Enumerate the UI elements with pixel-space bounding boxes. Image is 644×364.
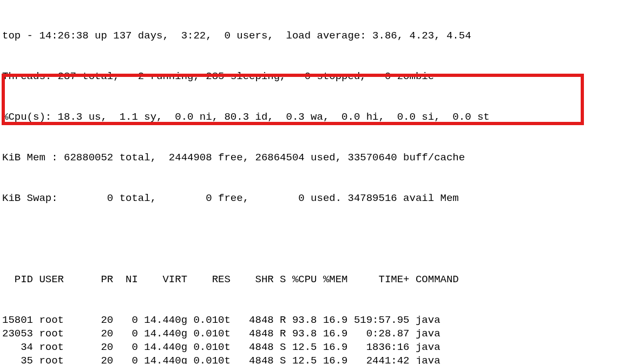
process-table-body: 15801 root 20 0 14.440g 0.010t 4848 R 93… (2, 314, 642, 364)
process-row: 34 root 20 0 14.440g 0.010t 4848 S 12.5 … (2, 341, 642, 354)
blank-line (2, 232, 642, 246)
summary-line-top: top - 14:26:38 up 137 days, 3:22, 0 user… (2, 29, 642, 43)
process-row: 15801 root 20 0 14.440g 0.010t 4848 R 93… (2, 314, 642, 327)
summary-line-threads: Threads: 287 total, 2 running, 285 sleep… (2, 70, 642, 83)
summary-line-cpu: %Cpu(s): 18.3 us, 1.1 sy, 0.0 ni, 80.3 i… (2, 110, 642, 124)
process-row: 23053 root 20 0 14.440g 0.010t 4848 R 93… (2, 327, 642, 341)
process-row: 35 root 20 0 14.440g 0.010t 4848 S 12.5 … (2, 354, 642, 364)
terminal-output: top - 14:26:38 up 137 days, 3:22, 0 user… (0, 0, 644, 364)
summary-line-mem: KiB Mem : 62880052 total, 2444908 free, … (2, 151, 642, 165)
process-table-header: PID USER PR NI VIRT RES SHR S %CPU %MEM … (2, 273, 642, 287)
summary-line-swap: KiB Swap: 0 total, 0 free, 0 used. 34789… (2, 192, 642, 205)
